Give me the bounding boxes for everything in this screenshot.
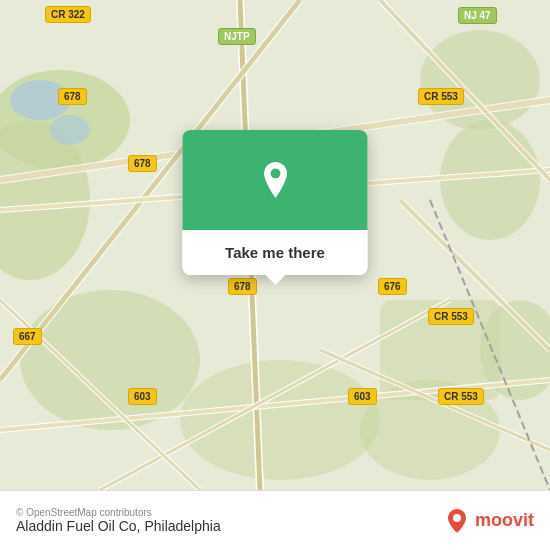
- svg-point-4: [440, 120, 540, 240]
- road-label-678c: 678: [228, 278, 257, 295]
- road-label-cr322: CR 322: [45, 6, 91, 23]
- moovit-logo: moovit: [443, 507, 534, 535]
- map-container: CR 322 NJTP NJ 47 678 CR 553 678 678 676…: [0, 0, 550, 490]
- road-label-678a: 678: [58, 88, 87, 105]
- svg-point-33: [270, 169, 280, 179]
- road-label-678b: 678: [128, 155, 157, 172]
- road-label-nj47: NJ 47: [458, 7, 497, 24]
- take-me-there-button[interactable]: Take me there: [183, 230, 368, 275]
- popup-card: Take me there: [183, 130, 368, 275]
- road-label-603b: 603: [348, 388, 377, 405]
- road-label-cr553b: CR 553: [428, 308, 474, 325]
- road-label-njtp: NJTP: [218, 28, 256, 45]
- bottom-left-info: © OpenStreetMap contributors Aladdin Fue…: [16, 507, 221, 534]
- location-pin-icon: [257, 162, 293, 198]
- svg-point-7: [180, 360, 380, 480]
- moovit-pin-icon: [443, 507, 471, 535]
- svg-point-11: [50, 115, 90, 145]
- road-label-676: 676: [378, 278, 407, 295]
- copyright-text: © OpenStreetMap contributors: [16, 507, 221, 518]
- road-label-667: 667: [13, 328, 42, 345]
- road-label-603a: 603: [128, 388, 157, 405]
- road-label-cr553a: CR 553: [418, 88, 464, 105]
- svg-point-6: [20, 290, 200, 430]
- moovit-brand-text: moovit: [475, 510, 534, 531]
- svg-point-34: [453, 514, 461, 522]
- road-label-cr553c: CR 553: [438, 388, 484, 405]
- location-name: Aladdin Fuel Oil Co, Philadelphia: [16, 518, 221, 534]
- popup-map-section: [183, 130, 368, 230]
- bottom-bar: © OpenStreetMap contributors Aladdin Fue…: [0, 490, 550, 550]
